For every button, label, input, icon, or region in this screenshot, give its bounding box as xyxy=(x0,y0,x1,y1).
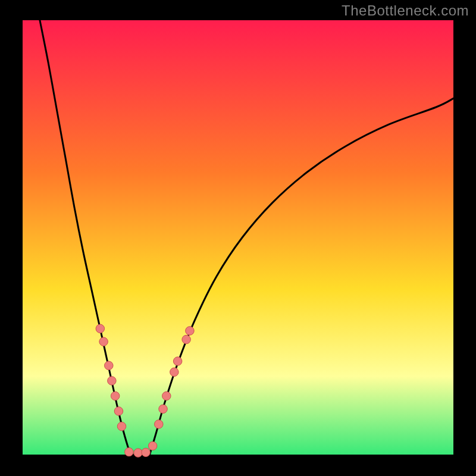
chart-svg xyxy=(0,0,476,476)
data-marker xyxy=(99,337,108,346)
data-marker xyxy=(105,361,113,369)
data-marker xyxy=(162,392,171,400)
attribution-text: TheBottleneck.com xyxy=(342,2,469,19)
data-marker xyxy=(117,422,126,430)
data-marker xyxy=(108,377,116,385)
data-marker xyxy=(148,441,156,450)
plot-area xyxy=(23,20,453,455)
data-marker xyxy=(114,407,123,415)
data-marker xyxy=(173,357,181,365)
data-marker xyxy=(182,335,190,343)
data-marker xyxy=(186,327,194,335)
data-marker xyxy=(170,368,178,376)
data-marker xyxy=(96,324,104,333)
data-marker xyxy=(134,449,142,457)
data-marker xyxy=(159,405,167,413)
data-marker xyxy=(111,392,119,400)
data-marker xyxy=(155,420,163,428)
data-marker xyxy=(142,448,150,456)
data-marker xyxy=(125,447,133,456)
chart-container: { "attribution": "TheBottleneck.com", "c… xyxy=(0,0,476,476)
